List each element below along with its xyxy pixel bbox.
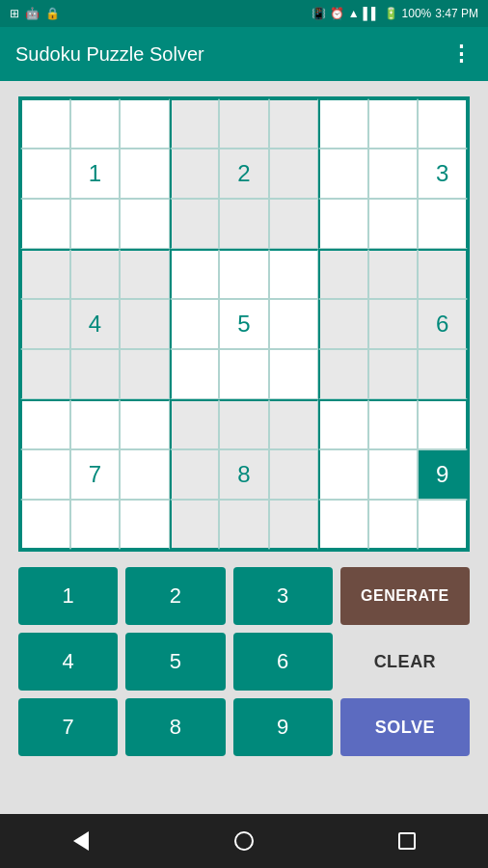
cell-7-6[interactable]	[318, 449, 368, 500]
cell-0-3[interactable]	[170, 98, 220, 149]
key-7[interactable]: 7	[18, 698, 118, 756]
cell-6-1[interactable]	[70, 399, 121, 449]
back-button[interactable]	[62, 822, 100, 860]
cell-0-8[interactable]	[418, 98, 468, 149]
cell-1-8[interactable]: 3	[418, 149, 468, 199]
cell-7-5[interactable]	[269, 449, 319, 500]
key-9[interactable]: 9	[233, 698, 333, 756]
cell-3-3[interactable]	[170, 249, 220, 299]
cell-2-0[interactable]	[20, 199, 70, 249]
cell-5-4[interactable]	[219, 349, 269, 399]
cell-0-5[interactable]	[269, 98, 319, 149]
cell-1-0[interactable]	[20, 149, 70, 199]
cell-0-1[interactable]	[70, 98, 121, 149]
cell-6-3[interactable]	[170, 399, 220, 449]
cell-7-7[interactable]	[368, 449, 419, 500]
cell-1-1[interactable]: 1	[70, 149, 121, 199]
cell-5-3[interactable]	[170, 349, 220, 399]
cell-3-5[interactable]	[269, 249, 319, 299]
cell-5-5[interactable]	[269, 349, 319, 399]
cell-2-2[interactable]	[120, 199, 170, 249]
key-5[interactable]: 5	[125, 633, 225, 691]
cell-6-7[interactable]	[368, 399, 419, 449]
cell-8-5[interactable]	[269, 500, 319, 550]
cell-0-0[interactable]	[20, 98, 70, 149]
cell-8-8[interactable]	[418, 500, 468, 550]
cell-7-4[interactable]: 8	[219, 449, 269, 500]
cell-3-4[interactable]	[219, 249, 269, 299]
cell-4-5[interactable]	[269, 299, 319, 349]
cell-6-6[interactable]	[318, 399, 368, 449]
generate-button[interactable]: GENERATE	[340, 567, 470, 625]
cell-7-8[interactable]: 9	[418, 449, 468, 500]
cell-1-5[interactable]	[269, 149, 319, 199]
cell-8-4[interactable]	[219, 500, 269, 550]
cell-8-7[interactable]	[368, 500, 419, 550]
cell-0-6[interactable]	[318, 98, 368, 149]
key-3[interactable]: 3	[233, 567, 333, 625]
cell-3-7[interactable]	[368, 249, 419, 299]
key-1[interactable]: 1	[18, 567, 118, 625]
cell-4-7[interactable]	[368, 299, 419, 349]
cell-3-2[interactable]	[120, 249, 170, 299]
cell-5-1[interactable]	[70, 349, 121, 399]
recents-button[interactable]	[388, 822, 426, 860]
cell-6-8[interactable]	[418, 399, 468, 449]
sudoku-container: 123456789	[18, 96, 470, 552]
overflow-menu-button[interactable]: ⋮	[450, 41, 473, 67]
cell-4-4[interactable]: 5	[219, 299, 269, 349]
cell-2-8[interactable]	[418, 199, 468, 249]
solve-button[interactable]: SOLVE	[340, 698, 470, 756]
cell-7-1[interactable]: 7	[70, 449, 121, 500]
cell-2-3[interactable]	[170, 199, 220, 249]
cell-3-8[interactable]	[418, 249, 468, 299]
cell-6-4[interactable]	[219, 399, 269, 449]
home-button[interactable]	[225, 822, 263, 860]
cell-3-0[interactable]	[20, 249, 70, 299]
cell-5-7[interactable]	[368, 349, 419, 399]
cell-0-7[interactable]	[368, 98, 419, 149]
cell-6-5[interactable]	[269, 399, 319, 449]
cell-8-3[interactable]	[170, 500, 220, 550]
cell-7-2[interactable]	[120, 449, 170, 500]
cell-4-6[interactable]	[318, 299, 368, 349]
cell-1-6[interactable]	[318, 149, 368, 199]
clear-button[interactable]: CLEAR	[340, 633, 470, 691]
cell-1-3[interactable]	[170, 149, 220, 199]
cell-2-6[interactable]	[318, 199, 368, 249]
cell-3-6[interactable]	[318, 249, 368, 299]
key-4[interactable]: 4	[18, 633, 118, 691]
cell-6-0[interactable]	[20, 399, 70, 449]
alarm-icon: ⏰	[330, 7, 344, 20]
cell-2-4[interactable]	[219, 199, 269, 249]
cell-1-4[interactable]: 2	[219, 149, 269, 199]
cell-7-0[interactable]	[20, 449, 70, 500]
cell-3-1[interactable]	[70, 249, 121, 299]
key-8[interactable]: 8	[125, 698, 225, 756]
cell-5-8[interactable]	[418, 349, 468, 399]
cell-8-0[interactable]	[20, 500, 70, 550]
cell-2-1[interactable]	[70, 199, 121, 249]
cell-2-5[interactable]	[269, 199, 319, 249]
cell-4-1[interactable]: 4	[70, 299, 121, 349]
key-6[interactable]: 6	[233, 633, 333, 691]
cell-7-3[interactable]	[170, 449, 220, 500]
cell-4-0[interactable]	[20, 299, 70, 349]
cell-5-0[interactable]	[20, 349, 70, 399]
battery-icon: 🔋	[384, 7, 398, 20]
cell-0-2[interactable]	[120, 98, 170, 149]
key-2[interactable]: 2	[125, 567, 225, 625]
cell-5-6[interactable]	[318, 349, 368, 399]
cell-4-2[interactable]	[120, 299, 170, 349]
cell-4-8[interactable]: 6	[418, 299, 468, 349]
cell-8-6[interactable]	[318, 500, 368, 550]
cell-8-2[interactable]	[120, 500, 170, 550]
cell-1-2[interactable]	[120, 149, 170, 199]
cell-5-2[interactable]	[120, 349, 170, 399]
cell-8-1[interactable]	[70, 500, 121, 550]
cell-1-7[interactable]	[368, 149, 419, 199]
cell-4-3[interactable]	[170, 299, 220, 349]
cell-2-7[interactable]	[368, 199, 419, 249]
cell-6-2[interactable]	[120, 399, 170, 449]
cell-0-4[interactable]	[219, 98, 269, 149]
